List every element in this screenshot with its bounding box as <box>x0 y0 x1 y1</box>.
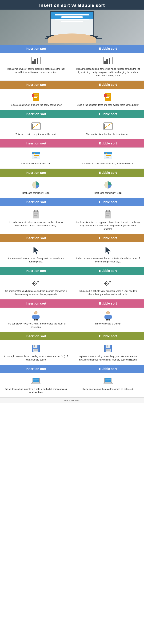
insertion-content-8: It is proficient for small data sets and… <box>0 275 72 300</box>
section-4-header: Insertion sort Bubble sort <box>0 139 144 148</box>
insertion-text-8: It is proficient for small data sets and… <box>4 290 68 296</box>
section-3-header: Insertion sort Bubble sort <box>0 110 144 118</box>
svg-point-73 <box>37 282 38 282</box>
svg-rect-98 <box>34 345 35 348</box>
svg-rect-56 <box>105 211 111 218</box>
bubble-header-9: Bubble sort <box>72 300 144 308</box>
svg-rect-6 <box>106 59 108 64</box>
svg-rect-87 <box>38 316 40 318</box>
svg-rect-5 <box>104 61 106 64</box>
insertion-text-4: A bit complex than bubble sort. <box>21 162 51 165</box>
insertion-text-1: It is a simple type of sorting algorithm… <box>4 67 68 74</box>
bubble-text-10: In place, it means using no auxiliary ty… <box>76 355 140 362</box>
insertion-content-5: Best case complexity: O(N) <box>0 177 72 198</box>
svg-rect-79 <box>108 283 109 284</box>
svg-rect-12 <box>34 94 38 95</box>
bubble-header-10: Bubble sort <box>72 332 144 340</box>
insertion-content-2: Relocates an item at a time to the partl… <box>0 89 72 110</box>
section-10-header: Insertion sort Bubble sort <box>0 332 144 340</box>
insertion-icon-4 <box>30 151 42 160</box>
section-5-header: Insertion sort Bubble sort <box>0 169 144 177</box>
insertion-content-11: Online: this sorting algorithm is able t… <box>0 373 72 398</box>
section-6-header: Insertion sort Bubble sort <box>0 198 144 206</box>
insertion-icon-2 <box>30 92 42 102</box>
bubble-content-1: It is a modest algorithm for sorting whi… <box>72 53 144 81</box>
insertion-content-4: A bit complex than bubble sort. <box>0 148 72 169</box>
footer-text: www.educba.com <box>64 399 80 402</box>
bubble-text-1: It is a modest algorithm for sorting whi… <box>76 67 140 77</box>
insertion-text-3: This sort is twice as quick as bubble so… <box>16 133 56 136</box>
insertion-header-3: Insertion sort <box>0 110 72 118</box>
svg-rect-59 <box>109 210 110 212</box>
insertion-header-5: Insertion sort <box>0 169 72 177</box>
page-header: Insertion sort vs Bubble sort <box>0 0 144 45</box>
insertion-content-1: It is a simple type of sorting algorithm… <box>0 53 72 81</box>
svg-marker-62 <box>34 247 39 254</box>
bubble-icon-2 <box>102 92 114 102</box>
section-1-content: It is a simple type of sorting algorithm… <box>0 53 144 81</box>
bubble-content-8: Bubble sort is actually very beneficial … <box>72 275 144 300</box>
section-11-content: Online: this sorting algorithm is able t… <box>0 373 144 398</box>
svg-rect-7 <box>109 58 110 64</box>
section-1-header: Insertion sort Bubble sort <box>0 45 144 53</box>
svg-rect-92 <box>104 316 106 318</box>
svg-rect-95 <box>108 319 110 320</box>
bubble-icon-7 <box>102 246 114 255</box>
bubble-text-8: Bubble sort is actually very beneficial … <box>76 290 140 296</box>
svg-rect-57 <box>106 210 107 212</box>
svg-point-83 <box>110 282 110 282</box>
insertion-icon-3 <box>30 122 42 131</box>
insertion-icon-5 <box>30 180 42 190</box>
svg-rect-97 <box>33 345 37 348</box>
page-title: Insertion sort vs Bubble sort <box>2 3 142 8</box>
bubble-text-5: Best case complexity: O(N) <box>94 191 122 195</box>
insertion-text-11: Online: this sorting algorithm is able t… <box>4 388 68 394</box>
bubble-header-11: Bubble sort <box>72 365 144 373</box>
svg-rect-15 <box>32 94 34 97</box>
svg-rect-69 <box>36 283 37 284</box>
svg-rect-103 <box>107 345 108 348</box>
insertion-text-2: Relocates an item at a time to the partl… <box>10 103 62 107</box>
svg-rect-102 <box>106 345 110 348</box>
sections-container: Insertion sort Bubble sort It is a simpl… <box>0 45 144 398</box>
insertion-text-7: It is stable with less number of swaps w… <box>4 257 68 264</box>
svg-rect-51 <box>34 210 35 212</box>
bubble-text-6: Implements optimized approach, have fewe… <box>76 221 140 231</box>
svg-point-65 <box>34 283 35 284</box>
insertion-text-6: It is adaptive as it delivers a minimum … <box>4 221 68 227</box>
svg-rect-111 <box>31 384 41 384</box>
svg-rect-37 <box>34 155 39 156</box>
insertion-icon-6 <box>30 210 42 219</box>
bubble-content-3: This sort is leisurelier than the insert… <box>72 118 144 139</box>
svg-rect-61 <box>106 215 109 216</box>
insertion-icon-11 <box>30 376 42 386</box>
insertion-header-8: Insertion sort <box>0 267 72 275</box>
bubble-icon-3 <box>102 122 114 131</box>
bubble-header-8: Bubble sort <box>72 267 144 275</box>
section-7-content: It is stable with less number of swaps w… <box>0 242 144 267</box>
svg-rect-76 <box>106 281 107 282</box>
bubble-text-11: It also operates on the data for sorting… <box>82 388 133 391</box>
bubble-icon-10 <box>102 344 114 353</box>
bubble-header-4: Bubble sort <box>72 139 144 148</box>
svg-rect-1 <box>34 59 36 64</box>
insertion-text-9: Time complexity is O(n+d). Here, the d d… <box>4 322 68 329</box>
bubble-content-2: Checks the adjacent items and then swaps… <box>72 89 144 110</box>
insertion-content-3: This sort is twice as quick as bubble so… <box>0 118 72 139</box>
section-2-content: Relocates an item at a time to the partl… <box>0 89 144 110</box>
svg-point-39 <box>33 153 33 154</box>
svg-rect-60 <box>106 214 110 214</box>
insertion-icon-10 <box>30 344 42 353</box>
svg-rect-45 <box>106 157 109 158</box>
svg-rect-2 <box>37 58 38 64</box>
svg-rect-0 <box>32 61 34 64</box>
bubble-text-2: Checks the adjacent items and then swaps… <box>77 103 139 107</box>
bubble-text-3: This sort is leisurelier than the insert… <box>86 133 130 136</box>
bubble-icon-4 <box>102 151 114 160</box>
bubble-icon-9 <box>102 311 114 320</box>
insertion-content-6: It is adaptive as it delivers a minimum … <box>0 206 72 234</box>
bubble-icon-8 <box>102 278 114 288</box>
insertion-text-10: In place, it means this sort needs just … <box>4 355 68 362</box>
svg-rect-114 <box>105 379 111 380</box>
svg-rect-21 <box>106 96 110 96</box>
